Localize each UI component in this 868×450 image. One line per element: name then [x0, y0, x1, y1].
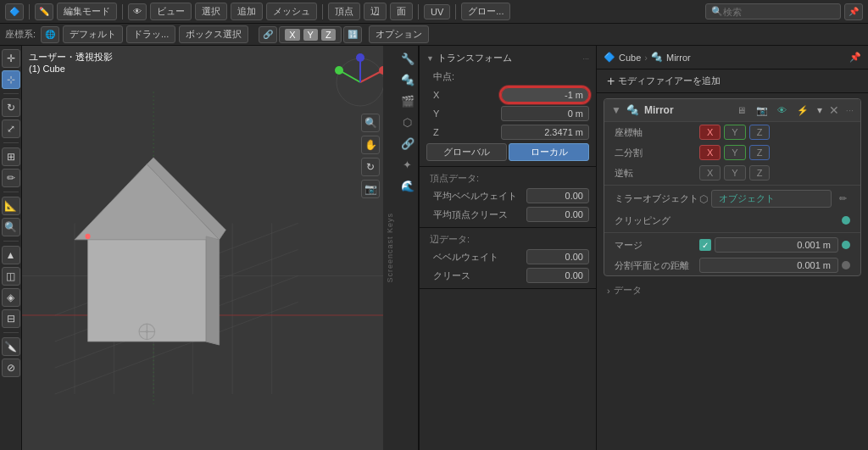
merge-row: マージ ✓ 0.001 m — [604, 235, 860, 255]
annotate-tool[interactable]: ✏ — [2, 169, 20, 187]
global-btn[interactable]: グローバル — [426, 143, 507, 161]
tab-modifier[interactable]: 🔩 — [398, 70, 417, 89]
mesh-menu[interactable]: メッシュ — [266, 3, 317, 20]
flip-x-btn[interactable]: X — [699, 165, 721, 181]
x-row: X -1 m — [420, 86, 596, 104]
modifier-dropdown-btn[interactable]: ▾ — [817, 104, 822, 116]
x-btn[interactable]: X — [285, 29, 299, 41]
filter-icon[interactable]: 🔢 — [343, 26, 362, 43]
search-box[interactable]: 🔍 — [705, 3, 841, 19]
modifier-eye-btn[interactable]: 👁 — [775, 103, 790, 118]
avg-bevel-value[interactable]: 0.00 — [526, 188, 589, 203]
measure-tool[interactable]: 📐 — [2, 197, 20, 215]
bisect-y-btn[interactable]: Y — [724, 145, 745, 160]
z-btn[interactable]: Z — [321, 29, 336, 41]
tool-sep1 — [3, 93, 19, 94]
merge-content: ✓ 0.001 m — [699, 237, 850, 253]
add-menu[interactable]: 追加 — [231, 3, 263, 20]
pin-icon[interactable]: 📌 — [844, 3, 863, 20]
knife-tool[interactable]: 🔪 — [2, 337, 20, 356]
object-edit-btn[interactable]: ✏ — [835, 192, 850, 207]
transform-tool[interactable]: ⊞ — [2, 147, 20, 166]
mode-icon[interactable]: ✏️ — [35, 3, 53, 20]
vertex-filter[interactable]: 頂点 — [328, 3, 360, 20]
zoom-btn[interactable]: 🔍 — [361, 114, 380, 132]
scale-tool[interactable]: ⤢ — [2, 119, 20, 138]
tab-scene[interactable]: 🎬 — [398, 92, 417, 110]
y-value[interactable]: 0 m — [501, 106, 589, 121]
orbit-btn[interactable]: ↻ — [361, 158, 380, 176]
pan-btn[interactable]: ✋ — [361, 136, 380, 154]
data-section[interactable]: › データ — [597, 281, 868, 299]
x-value[interactable]: -1 m — [501, 87, 589, 103]
z-value[interactable]: 2.3471 m — [501, 125, 589, 140]
bevel-tool[interactable]: ◈ — [2, 288, 20, 307]
tab-object[interactable]: ⬡ — [398, 113, 417, 131]
mode-dropdown[interactable]: 編集モード — [57, 3, 117, 20]
merge-checkbox[interactable]: ✓ — [699, 239, 711, 251]
clipping-toggle[interactable] — [842, 216, 850, 225]
move-tool[interactable]: ⊹ — [2, 70, 20, 89]
snap-icon[interactable]: 🔗 — [259, 26, 277, 43]
search-input[interactable] — [723, 7, 835, 17]
bisect-distance-value[interactable]: 0.001 m — [699, 258, 838, 273]
uv-menu[interactable]: UV — [424, 4, 450, 19]
tab-constraint[interactable]: 🔗 — [398, 134, 417, 153]
tab-particles[interactable]: ✦ — [398, 155, 417, 174]
bevel-weight-value[interactable]: 0.00 — [526, 249, 589, 264]
inset-tool[interactable]: ◫ — [2, 267, 20, 286]
y-axis-btn[interactable]: Y — [724, 125, 745, 140]
bisect-distance-dot[interactable] — [842, 261, 850, 269]
flip-y-btn[interactable]: Y — [724, 165, 745, 181]
default-dropdown[interactable]: デフォルト — [63, 25, 123, 43]
view-icon[interactable]: 👁 — [128, 3, 147, 20]
breadcrumb-mirror: Mirror — [666, 53, 691, 63]
pin-modifier-btn[interactable]: 📌 — [849, 52, 861, 63]
loop-cut-tool[interactable]: ⊟ — [2, 309, 20, 328]
select-menu[interactable]: 選択 — [195, 3, 227, 20]
box-select-dropdown[interactable]: ボックス選択 — [179, 25, 248, 43]
rotate-tool[interactable]: ↻ — [2, 98, 20, 117]
modifier-expand-chevron[interactable]: ▼ — [611, 104, 621, 116]
merge-value[interactable]: 0.001 m — [715, 237, 838, 253]
extrude-tool[interactable]: ▲ — [2, 246, 20, 264]
view-menu[interactable]: ビュー — [150, 3, 192, 20]
face-filter[interactable]: 面 — [390, 3, 413, 20]
avg-bevel-label: 平均ベベルウェイト — [433, 190, 526, 203]
tab-physics[interactable]: 🌊 — [398, 176, 417, 195]
transform-chevron: ▼ — [426, 54, 434, 63]
tool-sep5 — [3, 332, 19, 333]
edge-filter[interactable]: 辺 — [364, 3, 387, 20]
modifier-menu-btn[interactable]: ··· — [846, 105, 854, 115]
data-label: データ — [614, 284, 642, 297]
drag-dropdown[interactable]: ドラッ... — [126, 25, 175, 43]
blender-icon[interactable]: 🔷 — [5, 3, 24, 20]
merge-dot[interactable] — [842, 241, 850, 249]
view-tool[interactable]: 🔍 — [2, 218, 20, 236]
object-dropdown[interactable]: オブジェクト — [711, 190, 832, 208]
transform-header[interactable]: ▼ トランスフォーム ··· — [420, 49, 596, 67]
viewport[interactable]: ユーザー・透視投影 (1) Cube X Y Z — [22, 46, 397, 450]
local-btn[interactable]: ローカル — [509, 143, 589, 161]
add-modifier-btn[interactable]: + — [604, 74, 618, 89]
z-axis-btn[interactable]: Z — [749, 125, 771, 140]
bisect-z-btn[interactable]: Z — [749, 145, 771, 160]
bisect-x-btn[interactable]: X — [699, 145, 721, 160]
x-axis-btn[interactable]: X — [699, 125, 721, 140]
options-dropdown[interactable]: オプション — [369, 25, 429, 43]
tab-tool[interactable]: 🔧 — [398, 49, 417, 68]
modifier-render-btn[interactable]: 🖥 — [734, 103, 749, 118]
crease-value[interactable]: 0.00 — [526, 268, 589, 283]
modifier-camera-btn[interactable]: 📷 — [754, 103, 770, 118]
coord-icon[interactable]: 🌐 — [41, 26, 59, 43]
bisect-tool[interactable]: ⊘ — [2, 358, 20, 377]
camera-btn[interactable]: 📷 — [361, 180, 380, 198]
axis-row: 座標軸 X Y Z — [604, 122, 860, 142]
flip-z-btn[interactable]: Z — [749, 165, 771, 181]
modifier-realtime-btn[interactable]: ⚡ — [795, 103, 810, 118]
avg-crease-value[interactable]: 0.00 — [526, 207, 589, 222]
y-btn[interactable]: Y — [303, 29, 318, 41]
cursor-tool[interactable]: ✛ — [2, 49, 20, 68]
modifier-close-btn[interactable]: ✕ — [829, 103, 839, 117]
global-dropdown[interactable]: グロー... — [461, 3, 510, 20]
